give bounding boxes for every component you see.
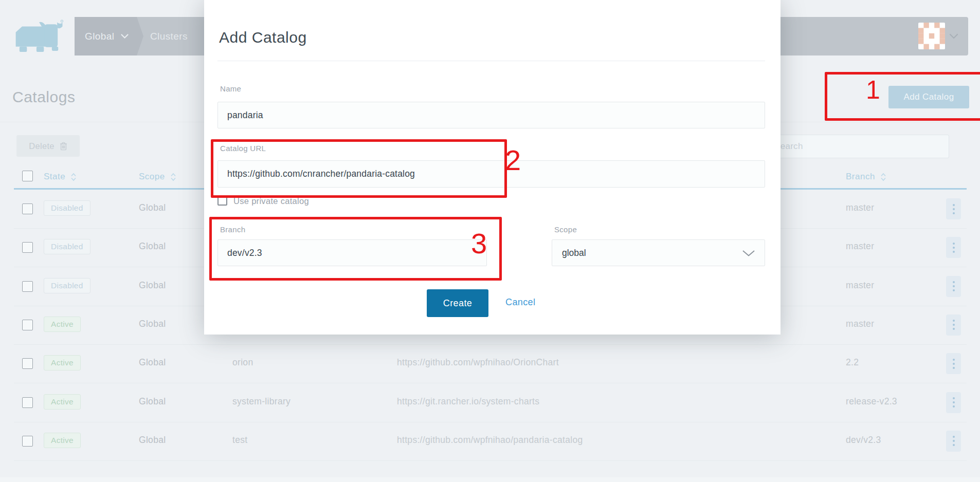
row-menu-button[interactable] xyxy=(946,276,961,297)
url-cell: https://github.com/wpfnihao/OrionChart xyxy=(397,357,559,368)
rancher-logo-icon xyxy=(12,20,64,52)
name-field-label: Name xyxy=(220,84,241,93)
scope-cell: Global xyxy=(139,280,166,291)
table-row: ActiveGlobalsystem-libraryhttps://git.ra… xyxy=(14,383,967,422)
sort-icon xyxy=(880,173,886,181)
state-badge: Active xyxy=(44,317,81,332)
user-menu-chevron-icon[interactable] xyxy=(949,33,958,39)
environment-label: Global xyxy=(85,31,114,42)
branch-field-label: Branch xyxy=(220,225,245,234)
row-menu-button[interactable] xyxy=(946,431,961,452)
modal-divider xyxy=(217,61,765,61)
scope-cell: Global xyxy=(139,241,166,252)
scope-cell: Global xyxy=(139,435,166,446)
create-button[interactable]: Create xyxy=(427,289,488,317)
name-cell: test xyxy=(232,435,247,446)
scope-field-label: Scope xyxy=(554,225,577,234)
row-checkbox[interactable] xyxy=(22,242,33,253)
name-cell: system-library xyxy=(232,396,291,407)
branch-cell: master xyxy=(846,280,874,291)
row-checkbox[interactable] xyxy=(22,358,33,369)
use-private-catalog-label: Use private catalog xyxy=(233,196,309,206)
annotation-number-1: 1 xyxy=(866,77,880,103)
cancel-link[interactable]: Cancel xyxy=(505,297,535,308)
select-all-checkbox[interactable] xyxy=(22,171,33,181)
state-badge: Disabled xyxy=(44,200,90,216)
modal-title: Add Catalog xyxy=(219,29,307,46)
row-checkbox[interactable] xyxy=(22,397,33,408)
state-badge: Active xyxy=(44,394,81,410)
column-header-branch[interactable]: Branch xyxy=(846,172,886,182)
name-cell: orion xyxy=(232,357,253,368)
row-checkbox[interactable] xyxy=(22,320,33,330)
rancher-catalogs-page: Global Clusters Catalogs Add Catalog Del… xyxy=(0,0,980,482)
delete-button[interactable]: Delete xyxy=(16,135,80,157)
add-catalog-modal: Add Catalog Name Catalog URL Use private… xyxy=(204,0,781,335)
state-badge: Disabled xyxy=(44,278,90,293)
scope-cell: Global xyxy=(139,319,166,329)
catalog-url-field-label: Catalog URL xyxy=(220,144,266,153)
scope-cell: Global xyxy=(139,357,166,368)
branch-cell: master xyxy=(846,241,874,252)
state-badge: Active xyxy=(44,355,81,370)
row-menu-button[interactable] xyxy=(946,392,961,413)
scope-selected-value: global xyxy=(562,248,586,258)
chevron-down-icon xyxy=(121,34,129,39)
row-menu-button[interactable] xyxy=(946,353,961,374)
branch-cell: release-v2.3 xyxy=(846,396,897,407)
page-title: Catalogs xyxy=(12,88,75,106)
user-avatar[interactable] xyxy=(918,23,945,49)
branch-input[interactable] xyxy=(217,239,487,266)
branch-cell: 2.2 xyxy=(846,357,859,368)
search-input[interactable] xyxy=(766,135,949,158)
row-menu-button[interactable] xyxy=(946,237,961,258)
table-row: ActiveGlobaltesthttps://github.com/wpfni… xyxy=(14,422,967,461)
state-badge: Disabled xyxy=(44,239,90,254)
scope-cell: Global xyxy=(139,396,166,407)
url-cell: https://github.com/wpfnihao/pandaria-cat… xyxy=(397,435,583,446)
catalog-url-input[interactable] xyxy=(217,160,765,188)
column-header-state[interactable]: State xyxy=(44,172,77,182)
row-checkbox[interactable] xyxy=(22,436,33,447)
url-cell: https://git.rancher.io/system-charts xyxy=(397,396,539,407)
chevron-down-icon xyxy=(742,250,755,257)
branch-cell: master xyxy=(846,202,874,213)
horizontal-scrollbar[interactable] xyxy=(0,477,980,482)
identicon-avatar-image xyxy=(918,23,945,49)
environment-dropdown[interactable]: Global xyxy=(75,17,143,55)
add-catalog-button[interactable]: Add Catalog xyxy=(888,86,969,108)
scope-cell: Global xyxy=(139,202,166,213)
sort-icon xyxy=(170,173,176,181)
table-row: ActiveGlobalorionhttps://github.com/wpfn… xyxy=(14,344,967,383)
trash-icon xyxy=(60,142,67,151)
row-menu-button[interactable] xyxy=(946,198,961,219)
row-checkbox[interactable] xyxy=(22,203,33,214)
name-input[interactable] xyxy=(217,102,765,128)
scope-select[interactable]: global xyxy=(552,239,765,266)
use-private-catalog-checkbox[interactable] xyxy=(217,196,227,206)
sort-icon xyxy=(70,173,77,181)
nav-item-clusters[interactable]: Clusters xyxy=(150,17,188,55)
row-menu-button[interactable] xyxy=(946,314,961,336)
branch-cell: master xyxy=(846,319,874,329)
branch-cell: dev/v2.3 xyxy=(846,435,881,446)
state-badge: Active xyxy=(44,433,81,448)
column-header-scope[interactable]: Scope xyxy=(139,172,176,182)
row-checkbox[interactable] xyxy=(22,281,33,292)
